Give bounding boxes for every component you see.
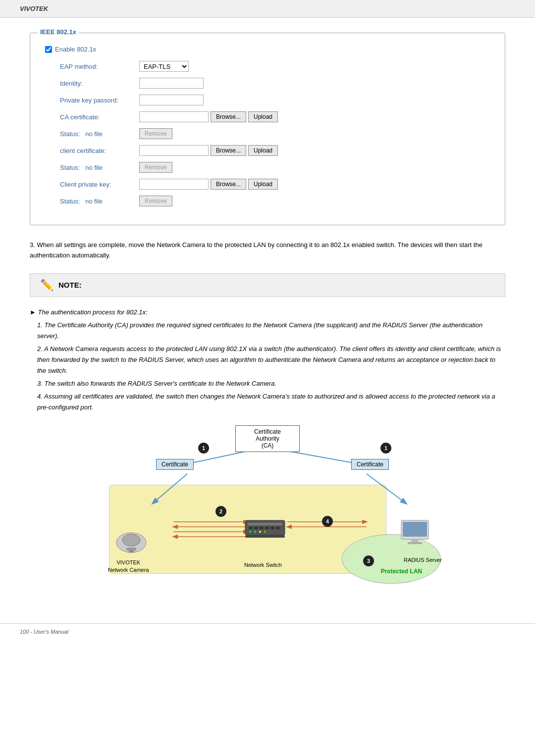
private-key-cert-browse-button[interactable]: Browse... [211,179,246,190]
svg-rect-29 [411,539,419,542]
ca-status-label: Status: no file [60,130,139,138]
switch-svg [243,518,287,540]
note-item-3: 3. The switch also forwards the RADIUS S… [37,378,505,389]
svg-line-1 [287,451,359,464]
private-key-cert-label: Client private key: [60,181,139,188]
badge-1-left: 1 [198,443,209,454]
ca-cert-label: CA certificate: [60,113,139,121]
radius-label: RADIUS Server [404,557,442,563]
header-bar: VIVOTEK [0,0,535,18]
footer-text: 100 - User's Manual [20,629,68,635]
step3-content: When all settings are complete, move the… [30,241,482,259]
enable-802-1x-checkbox[interactable] [45,46,52,53]
enable-802-1x-label: Enable 802.1x [55,46,96,53]
enable-row: Enable 802.1x [45,46,490,53]
private-key-input[interactable] [139,95,204,105]
step3-number: 3. [30,241,37,249]
client-cert-upload-button[interactable]: Upload [248,145,278,156]
camera-label: VIVOTEKNetwork Camera [108,559,149,574]
svg-rect-26 [245,535,285,538]
note-item-2: 2. A Network Camera requests access to t… [37,344,505,376]
form-table: EAP method: EAP-TLS Identity: Private ke… [60,61,505,206]
note-bullet: ► The authentication process for 802.1x: [30,307,505,318]
svg-rect-21 [276,527,280,529]
cert-box-right: Certificate [351,459,389,470]
client-remove-button[interactable]: Remove [139,162,172,173]
svg-rect-30 [408,542,422,544]
svg-rect-12 [126,548,136,551]
private-key-remove-button[interactable]: Remove [139,196,172,206]
client-status-label: Status: no file [60,164,139,171]
cert-box-left: Certificate [156,459,194,470]
eap-method-label: EAP method: [60,63,139,70]
svg-rect-15 [248,523,282,525]
brand-logo: VIVOTEK [20,5,48,12]
ieee-box: IEEE 802.1x Enable 802.1x EAP method: EA… [30,33,505,225]
radius-icon-container [399,518,436,549]
note-box: ✏️ NOTE: [30,273,505,297]
client-cert-file-input[interactable] [139,145,209,156]
ca-cert-upload-button[interactable]: Upload [248,111,278,122]
client-cert-browse-button[interactable]: Browse... [211,145,246,156]
switch-label: Network Switch [244,562,282,568]
client-status-row: Status: no file Remove [60,162,505,173]
private-key-cert-upload-button[interactable]: Upload [248,179,278,190]
ca-remove-button[interactable]: Remove [139,128,172,139]
client-cert-file-row: Browse... Upload [139,145,278,156]
identity-input[interactable] [139,78,204,89]
diagram: Certificate Authority (CA) 1 1 Certifica… [79,425,456,594]
svg-line-0 [187,451,248,464]
svg-rect-20 [270,527,274,529]
radius-svg [399,518,436,548]
svg-point-22 [249,531,251,533]
ieee-box-title: IEEE 802.1x [38,28,79,36]
footer-bar: 100 - User's Manual [0,623,535,639]
private-key-status-label: Status: no file [60,198,139,205]
svg-point-25 [264,531,266,533]
ca-sub: (CA) [262,442,274,449]
note-title: NOTE: [58,281,82,289]
eap-method-select[interactable]: EAP-TLS [139,61,189,72]
svg-rect-28 [403,522,427,537]
private-key-cert-row: Client private key: Browse... Upload [60,179,505,190]
ca-cert-row: CA certificate: Browse... Upload [60,111,505,122]
ca-label: Certificate Authority [254,428,281,442]
green-label: Protected LAN [381,568,422,575]
camera-svg [114,528,149,555]
svg-rect-19 [265,527,269,529]
note-item-1: 1. The Certificate Authority (CA) provid… [37,320,505,342]
diagram-container: Certificate Authority (CA) 1 1 Certifica… [30,425,505,594]
badge-1-right: 1 [380,443,391,454]
client-cert-row: client certificate: Browse... Upload [60,145,505,156]
note-item-4: 4. Assuming all certificates are validat… [37,391,505,413]
switch-icon-container [243,518,287,542]
camera-icon-container [114,528,149,556]
private-key-label: Private key passord: [60,97,139,104]
main-content: IEEE 802.1x Enable 802.1x EAP method: EA… [0,18,535,608]
private-key-cert-file-row: Browse... Upload [139,179,278,190]
ca-box: Certificate Authority (CA) [235,425,300,452]
identity-row: Identity: [60,78,505,89]
svg-rect-17 [254,527,258,529]
private-key-status-row: Status: no file Remove [60,196,505,206]
ca-cert-file-row: Browse... Upload [139,111,278,122]
client-cert-label: client certificate: [60,147,139,154]
ca-cert-browse-button[interactable]: Browse... [211,111,246,122]
private-key-cert-file-input[interactable] [139,179,209,190]
identity-label: Identity: [60,80,139,87]
svg-rect-16 [249,527,253,529]
ca-status-row: Status: no file Remove [60,128,505,139]
svg-point-11 [122,534,140,546]
eap-method-row: EAP method: EAP-TLS [60,61,505,72]
svg-point-24 [259,531,261,533]
svg-rect-18 [260,527,264,529]
svg-rect-13 [129,551,134,553]
note-pencil-icon: ✏️ [40,279,54,292]
private-key-row: Private key passord: [60,95,505,105]
ca-cert-file-input[interactable] [139,111,209,122]
svg-point-23 [254,531,256,533]
note-list: ► The authentication process for 802.1x:… [30,307,505,413]
step3-text: 3. When all settings are complete, move … [30,240,505,261]
